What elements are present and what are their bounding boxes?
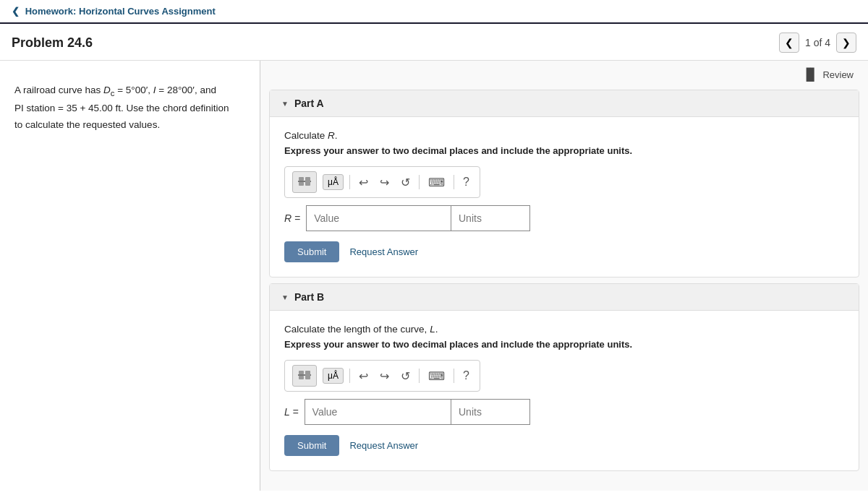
fraction-button-a[interactable] bbox=[292, 171, 317, 193]
svg-rect-6 bbox=[299, 376, 304, 379]
help-button-b[interactable]: ? bbox=[460, 368, 472, 384]
part-b-value-input[interactable] bbox=[305, 399, 451, 425]
right-panel: ▐▌ Review ▼ Part A Calculate R. Express … bbox=[260, 61, 868, 491]
part-b-header[interactable]: ▼ Part B bbox=[270, 284, 859, 311]
part-b-arrow-icon: ▼ bbox=[281, 293, 289, 301]
page-indicator: 1 of 4 bbox=[805, 37, 830, 48]
review-button[interactable]: ▐▌ Review bbox=[802, 68, 854, 81]
part-a-request-answer-button[interactable]: Request Answer bbox=[349, 246, 418, 257]
toolbar-sep-a2 bbox=[419, 175, 420, 189]
toolbar-sep-b3 bbox=[454, 369, 454, 383]
part-a-units-input[interactable] bbox=[451, 205, 530, 231]
svg-rect-2 bbox=[299, 182, 304, 186]
redo-button-b[interactable]: ↪ bbox=[377, 368, 392, 384]
help-button-a[interactable]: ? bbox=[460, 174, 472, 190]
part-a-value-input[interactable] bbox=[306, 205, 451, 231]
refresh-button-b[interactable]: ↺ bbox=[398, 368, 413, 384]
part-a-arrow-icon: ▼ bbox=[281, 100, 289, 108]
prev-problem-button[interactable]: ❮ bbox=[779, 33, 799, 53]
part-b-action-row: Submit Request Answer bbox=[284, 435, 844, 456]
part-b-body: Calculate the length of the curve, L. Ex… bbox=[270, 311, 859, 470]
redo-button-a[interactable]: ↪ bbox=[377, 174, 392, 191]
keyboard-button-a[interactable]: ⌨ bbox=[425, 174, 448, 191]
toolbar-sep-b2 bbox=[419, 369, 420, 383]
part-a-section: ▼ Part A Calculate R. Express your answe… bbox=[269, 90, 859, 277]
top-nav: ❮ Homework: Horizontal Curves Assignment bbox=[0, 0, 868, 24]
svg-rect-4 bbox=[299, 371, 304, 374]
svg-rect-3 bbox=[305, 177, 310, 186]
part-a-submit-button[interactable]: Submit bbox=[284, 241, 339, 262]
part-b-section: ▼ Part B Calculate the length of the cur… bbox=[269, 283, 859, 471]
part-b-submit-button[interactable]: Submit bbox=[284, 435, 339, 456]
part-a-toolbar: μÅ ↩ ↪ ↺ ⌨ ? bbox=[284, 166, 480, 198]
back-link[interactable]: ❮ Homework: Horizontal Curves Assignment bbox=[12, 6, 216, 17]
part-b-toolbar: μÅ ↩ ↪ ↺ ⌨ ? bbox=[284, 360, 480, 392]
review-icon: ▐▌ bbox=[802, 68, 819, 81]
part-a-body: Calculate R. Express your answer to two … bbox=[270, 117, 859, 277]
mu-icon-a: μÅ bbox=[328, 177, 339, 187]
nav-controls: ❮ 1 of 4 ❯ bbox=[779, 33, 856, 53]
part-b-request-answer-button[interactable]: Request Answer bbox=[349, 440, 418, 451]
problem-title: Problem 24.6 bbox=[12, 35, 93, 51]
left-panel: A railroad curve has Dc = 5°00′, I = 28°… bbox=[0, 61, 260, 491]
part-b-label: Part B bbox=[294, 291, 324, 303]
refresh-button-a[interactable]: ↺ bbox=[398, 174, 413, 191]
part-b-instruction: Calculate the length of the curve, L. bbox=[284, 324, 844, 335]
review-area: ▐▌ Review bbox=[260, 61, 868, 84]
problem-header: Problem 24.6 ❮ 1 of 4 ❯ bbox=[0, 24, 868, 61]
mu-button-a[interactable]: μÅ bbox=[323, 174, 344, 190]
toolbar-sep-a1 bbox=[349, 175, 350, 189]
mu-button-b[interactable]: μÅ bbox=[323, 368, 344, 384]
review-label: Review bbox=[822, 69, 854, 80]
part-b-subinstruction: Express your answer to two decimal place… bbox=[284, 339, 844, 350]
part-a-label: Part A bbox=[294, 98, 324, 109]
undo-button-a[interactable]: ↩ bbox=[356, 174, 371, 191]
part-a-subinstruction: Express your answer to two decimal place… bbox=[284, 145, 844, 156]
part-a-action-row: Submit Request Answer bbox=[284, 241, 844, 262]
part-a-header[interactable]: ▼ Part A bbox=[270, 90, 859, 117]
back-link-label: Homework: Horizontal Curves Assignment bbox=[25, 6, 216, 17]
part-a-instruction: Calculate R. bbox=[284, 130, 844, 141]
part-a-answer-row: R = bbox=[284, 205, 530, 231]
part-a-answer-label: R = bbox=[284, 212, 300, 224]
undo-button-b[interactable]: ↩ bbox=[356, 368, 371, 384]
fraction-icon-b bbox=[297, 375, 312, 384]
svg-rect-7 bbox=[305, 371, 310, 379]
part-b-answer-row: L = bbox=[284, 399, 530, 425]
fraction-button-b[interactable] bbox=[292, 365, 317, 387]
toolbar-sep-b1 bbox=[349, 369, 350, 383]
part-b-answer-label: L = bbox=[284, 406, 299, 418]
problem-statement: A railroad curve has Dc = 5°00′, I = 28°… bbox=[14, 82, 245, 134]
next-problem-button[interactable]: ❯ bbox=[836, 33, 856, 53]
part-b-units-input[interactable] bbox=[451, 399, 530, 425]
keyboard-button-b[interactable]: ⌨ bbox=[425, 368, 448, 384]
back-arrow-icon: ❮ bbox=[12, 6, 20, 17]
main-layout: A railroad curve has Dc = 5°00′, I = 28°… bbox=[0, 61, 868, 491]
toolbar-sep-a3 bbox=[454, 175, 454, 189]
svg-rect-0 bbox=[299, 177, 304, 181]
mu-icon-b: μÅ bbox=[328, 371, 339, 381]
fraction-icon-a bbox=[297, 181, 312, 190]
